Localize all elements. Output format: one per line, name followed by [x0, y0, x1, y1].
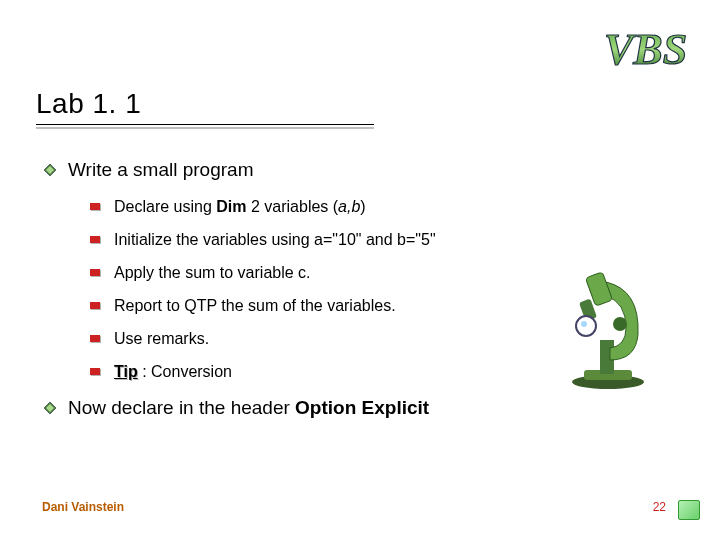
sub-item-text: Apply the sum to variable c. — [114, 263, 311, 283]
square-bullet-icon — [90, 368, 100, 375]
sub-item-text: Tip : Conversion — [114, 362, 232, 382]
sub-item: Initialize the variables using a="10" an… — [90, 230, 604, 250]
square-bullet-icon — [90, 269, 100, 276]
square-bullet-icon — [90, 335, 100, 342]
txt: Declare using — [114, 198, 216, 215]
sub-item-text: Declare using Dim 2 variables (a,b) — [114, 197, 366, 217]
sub-item-text: Use remarks. — [114, 329, 209, 349]
footer-author: Dani Vainstein — [42, 500, 124, 514]
sub-item-text: Report to QTP the sum of the variables. — [114, 296, 396, 316]
sub-item: Apply the sum to variable c. — [90, 263, 604, 283]
item1-text: Write a small program — [68, 158, 253, 183]
txt: ) — [360, 198, 365, 215]
bullet-level1: Write a small program — [44, 158, 604, 183]
diamond-bullet-icon — [44, 164, 56, 176]
logo-text: VBS — [604, 25, 687, 74]
sub-item: Use remarks. — [90, 329, 604, 349]
sub-item-text: Initialize the variables using a="10" an… — [114, 230, 436, 250]
sub-item: Report to QTP the sum of the variables. — [90, 296, 604, 316]
vbs-logo: VBS — [604, 24, 694, 80]
content-area: Write a small program Declare using Dim … — [44, 158, 604, 428]
sublist: Declare using Dim 2 variables (a,b) Init… — [90, 197, 604, 382]
slide-title: Lab 1. 1 — [36, 88, 374, 124]
sub-item: Tip : Conversion — [90, 362, 604, 382]
txt: : Conversion — [138, 363, 232, 380]
square-bullet-icon — [90, 236, 100, 243]
square-bullet-icon — [90, 302, 100, 309]
txt: 2 variables ( — [247, 198, 339, 215]
microscope-icon — [560, 270, 656, 394]
tip-label: Tip — [114, 363, 138, 380]
title-underline — [36, 124, 374, 127]
bullet-level1: Now declare in the header Option Explici… — [44, 396, 604, 421]
txt-italic: a,b — [338, 198, 360, 215]
sub-item: Declare using Dim 2 variables (a,b) — [90, 197, 604, 217]
txt-bold: Dim — [216, 198, 246, 215]
txt: Now declare in the header — [68, 397, 295, 418]
square-bullet-icon — [90, 203, 100, 210]
svg-point-10 — [581, 321, 587, 327]
title-block: Lab 1. 1 — [36, 88, 374, 127]
slide-corner-icon — [678, 500, 700, 520]
svg-point-11 — [613, 317, 627, 331]
item2-text: Now declare in the header Option Explici… — [68, 396, 429, 421]
txt-bold: Option Explicit — [295, 397, 429, 418]
footer-page-number: 22 — [653, 500, 666, 514]
diamond-bullet-icon — [44, 402, 56, 414]
